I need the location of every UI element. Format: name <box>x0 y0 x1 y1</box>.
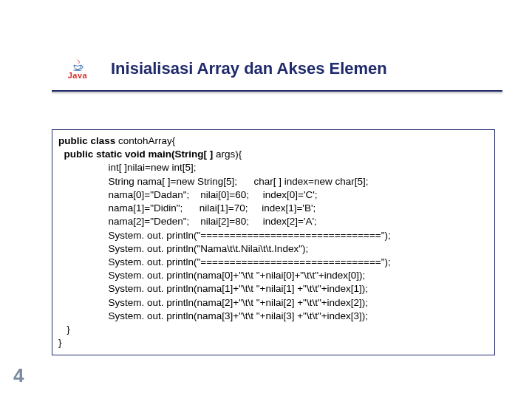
code-line: public class <box>58 135 118 146</box>
code-line: System. out. println("==================… <box>58 256 391 267</box>
slide-title: Inisialisasi Array dan Akses Elemen <box>111 59 387 78</box>
code-line: System. out. println("Nama\t\t.Nilai\t\t… <box>58 243 308 254</box>
code-line: System. out. println(nama[2]+"\t\t "+nil… <box>58 297 368 308</box>
code-line: public static void main(String[ ] <box>58 149 216 160</box>
code-line: System. out. println(nama[3]+"\t\t "+nil… <box>58 310 368 321</box>
java-logo-icon: Java <box>52 52 103 85</box>
code-line: System. out. println(nama[1]+"\t\t "+nil… <box>58 283 368 294</box>
code-box: public class contohArray{ public static … <box>52 129 495 355</box>
code-line: args){ <box>216 149 242 160</box>
code-line: int[ ]nilai=new int[5]; <box>58 162 196 173</box>
code-line: nama[2]="Deden"; nilai[2]=80; index[2]='… <box>58 216 317 227</box>
code-line: System. out. println("==================… <box>58 230 391 241</box>
code-line: contohArray{ <box>118 135 175 146</box>
code-line: nama[1]="Didin"; nilai[1]=70; index[1]='… <box>58 202 316 214</box>
java-wordmark: Java <box>68 71 87 80</box>
code-line: String nama[ ]=new String[5]; char[ ] in… <box>58 176 368 187</box>
code-line: System. out. println(nama[0]+"\t\t "+nil… <box>58 270 365 281</box>
title-underline-shadow <box>52 92 502 95</box>
slide-header: Java Inisialisasi Array dan Akses Elemen <box>52 52 510 85</box>
java-cup-icon <box>70 58 85 71</box>
slide: Java Inisialisasi Array dan Akses Elemen… <box>0 0 532 399</box>
code-line: } <box>58 324 70 335</box>
code-line: nama[0]="Dadan"; nilai[0]=60; index[0]='… <box>58 189 318 200</box>
slide-number: 4 <box>13 364 24 387</box>
code-line: } <box>58 337 62 348</box>
